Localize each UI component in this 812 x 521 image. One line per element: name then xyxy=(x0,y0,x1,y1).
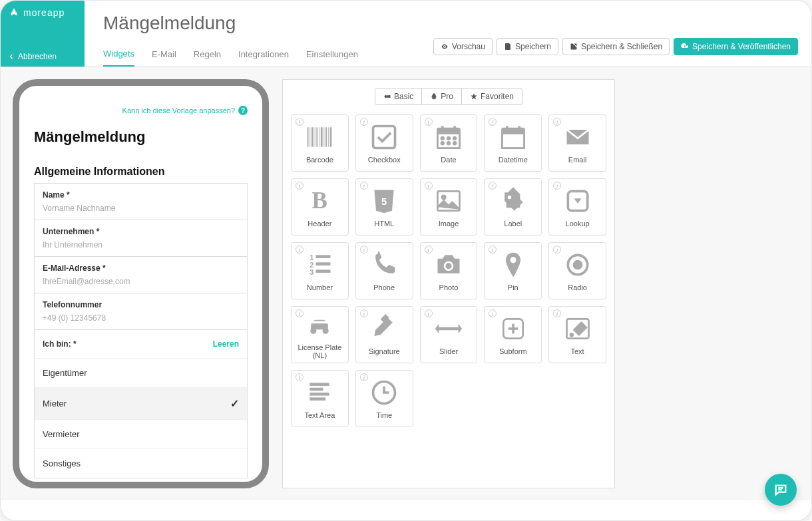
field-telefon[interactable]: Telefonnummer +49 (0) 12345678 xyxy=(34,293,248,330)
widget-subform[interactable]: iSubform xyxy=(484,306,542,363)
widget-lookup[interactable]: iLookup xyxy=(548,178,606,236)
widget-label: Checkbox xyxy=(368,156,401,164)
widget-checkbox[interactable]: iCheckbox xyxy=(355,114,413,172)
text-icon xyxy=(563,314,592,343)
widget-label: HTML xyxy=(374,220,394,228)
field-unternehmen[interactable]: Unternehmen * Ihr Unternehmen xyxy=(34,220,248,256)
svg-rect-60 xyxy=(310,397,326,401)
field-name[interactable]: Name * Vorname Nachname xyxy=(34,183,248,220)
clear-button[interactable]: Leeren xyxy=(213,339,239,349)
info-icon[interactable]: i xyxy=(553,309,561,317)
widget-label: Date xyxy=(441,156,456,164)
widget-phone[interactable]: iPhone xyxy=(355,242,413,299)
widget-label: Header xyxy=(307,220,331,228)
info-icon[interactable]: i xyxy=(296,118,304,126)
info-icon[interactable]: i xyxy=(553,246,561,254)
widget-header[interactable]: iBHeader xyxy=(291,178,349,236)
info-icon[interactable]: i xyxy=(489,118,497,126)
save-close-button[interactable]: Speichern & Schließen xyxy=(562,38,670,55)
tab-widgets[interactable]: Widgets xyxy=(103,42,134,67)
info-icon[interactable]: i xyxy=(489,182,497,190)
svg-point-23 xyxy=(453,137,456,140)
tab-email[interactable]: E-Mail xyxy=(152,43,176,66)
tab-einstellungen[interactable]: Einstellungen xyxy=(306,43,358,66)
widget-license-plate-nl-[interactable]: iLicense Plate (NL) xyxy=(291,306,349,363)
field-email[interactable]: E-Mail-Adresse * IhreEmail@adresse.com xyxy=(34,256,248,293)
widget-tab-favoriten[interactable]: Favoriten xyxy=(461,88,522,105)
widget-label: Image xyxy=(439,220,459,228)
widget-email[interactable]: iEmail xyxy=(548,114,606,172)
svg-rect-41 xyxy=(316,262,331,265)
widget-text-area[interactable]: iText Area xyxy=(291,370,349,427)
widget-tab-pro[interactable]: Pro xyxy=(422,88,461,105)
widget-label: Datetime xyxy=(499,156,528,164)
info-icon[interactable]: i xyxy=(360,373,368,381)
widget-label: Pin xyxy=(508,283,518,291)
widget-photo[interactable]: iPhoto xyxy=(420,242,478,299)
brand-logo: moreapp xyxy=(1,1,85,25)
widget-date[interactable]: iDate xyxy=(420,114,478,172)
widget-time[interactable]: iTime xyxy=(355,370,413,427)
widget-label: Slider xyxy=(439,347,458,355)
radio-option-mieter[interactable]: Mieter ✓ xyxy=(35,387,247,419)
widget-label: Signature xyxy=(369,347,400,355)
info-icon[interactable]: i xyxy=(296,182,304,190)
info-icon[interactable]: i xyxy=(425,309,433,317)
help-link[interactable]: Kann ich diese Vorlage anpassen? ? xyxy=(34,106,248,115)
info-icon[interactable]: i xyxy=(360,182,368,190)
info-icon[interactable]: i xyxy=(360,246,368,254)
widget-html[interactable]: i5HTML xyxy=(355,178,413,236)
text-area-icon xyxy=(305,378,334,407)
tab-integrationen[interactable]: Integrationen xyxy=(238,43,289,66)
info-icon[interactable]: i xyxy=(360,309,368,317)
preview-button[interactable]: Vorschau xyxy=(433,38,493,55)
license-plate-nl--icon xyxy=(305,310,334,339)
tab-regeln[interactable]: Regeln xyxy=(194,43,221,66)
radio-option-vermieter[interactable]: Vermieter xyxy=(35,419,247,448)
info-icon[interactable]: i xyxy=(425,118,433,126)
widget-datetime[interactable]: iDatetime xyxy=(484,114,542,172)
save-publish-button[interactable]: Speichern & Veröffentlichen xyxy=(674,38,798,55)
info-icon[interactable]: i xyxy=(489,309,497,317)
radio-option-eigentuemer[interactable]: Eigentümer xyxy=(35,358,247,387)
widget-pin[interactable]: iPin xyxy=(484,242,542,299)
widget-label: Email xyxy=(568,156,587,164)
info-icon[interactable]: i xyxy=(553,118,561,126)
svg-point-48 xyxy=(311,328,317,334)
widget-slider[interactable]: iSlider xyxy=(420,306,478,363)
info-icon[interactable]: i xyxy=(489,246,497,254)
widget-label: Lookup xyxy=(566,220,590,228)
email-icon xyxy=(563,122,592,152)
info-icon[interactable]: i xyxy=(296,309,304,317)
svg-rect-58 xyxy=(310,388,323,391)
svg-text:B: B xyxy=(312,188,327,214)
widget-label[interactable]: iLabel xyxy=(484,178,542,236)
svg-rect-16 xyxy=(373,126,395,148)
svg-point-49 xyxy=(323,328,329,334)
slider-icon xyxy=(434,314,463,343)
widget-radio[interactable]: iRadio xyxy=(548,242,606,299)
widget-tab-basic[interactable]: Basic xyxy=(375,88,422,105)
info-icon[interactable]: i xyxy=(425,182,433,190)
chat-button[interactable] xyxy=(765,474,797,506)
cancel-button[interactable]: Abbrechen xyxy=(1,47,85,67)
barcode-icon xyxy=(305,122,334,152)
svg-rect-40 xyxy=(316,255,331,258)
widget-label: Text xyxy=(571,347,584,355)
widget-number[interactable]: i123Number xyxy=(291,242,349,299)
info-icon[interactable]: i xyxy=(296,373,304,381)
info-icon[interactable]: i xyxy=(553,182,561,190)
widget-image[interactable]: iImage xyxy=(420,178,478,236)
info-icon[interactable]: i xyxy=(425,246,433,254)
time-icon xyxy=(369,378,399,407)
info-icon[interactable]: i xyxy=(360,118,368,126)
svg-rect-4 xyxy=(389,95,390,98)
svg-point-22 xyxy=(447,137,450,140)
page-title: Mängelmeldung xyxy=(103,13,793,34)
widget-signature[interactable]: iSignature xyxy=(355,306,413,363)
info-icon[interactable]: i xyxy=(296,246,304,254)
widget-text[interactable]: iText xyxy=(548,306,606,363)
save-button[interactable]: Speichern xyxy=(497,38,558,55)
radio-option-sonstiges[interactable]: Sonstiges xyxy=(35,448,247,478)
widget-barcode[interactable]: iBarcode xyxy=(291,114,349,172)
